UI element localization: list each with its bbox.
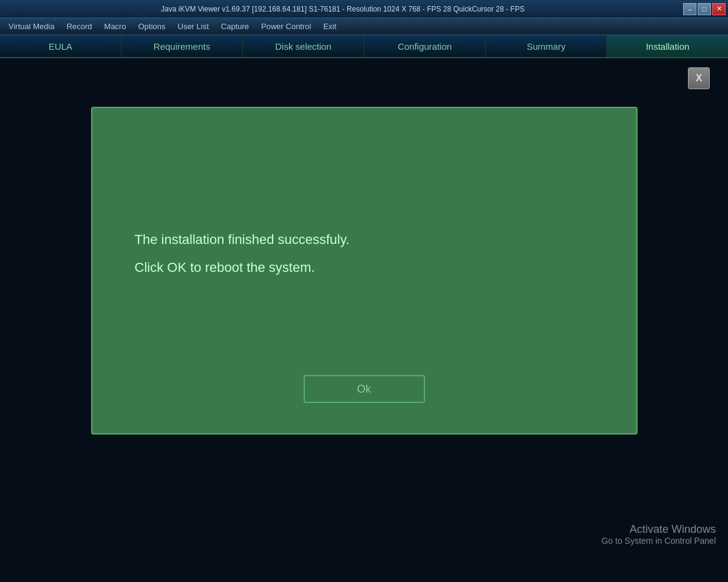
tab-eula[interactable]: EULA xyxy=(0,35,121,57)
title-bar-buttons: – □ ✕ xyxy=(683,3,726,15)
nav-tabs: EULA Requirements Disk selection Configu… xyxy=(0,35,728,58)
watermark-line1: Activate Windows xyxy=(602,523,716,536)
menu-user-list[interactable]: User List xyxy=(172,21,215,32)
watermark-line2: Go to System in Control Panel xyxy=(602,536,716,546)
menu-record[interactable]: Record xyxy=(61,21,98,32)
dialog-line2: Click OK to reboot the system. xyxy=(135,260,594,276)
window-title: Java iKVM Viewer v1.69.37 [192.168.64.18… xyxy=(2,5,683,13)
windows-watermark: Activate Windows Go to System in Control… xyxy=(602,523,716,546)
window-close-button[interactable]: ✕ xyxy=(712,3,726,15)
dialog-line1: The installation finished successfuly. xyxy=(135,232,594,248)
menu-capture[interactable]: Capture xyxy=(215,21,255,32)
main-content: X The installation finished successfuly.… xyxy=(0,58,728,582)
tab-installation[interactable]: Installation xyxy=(607,35,728,57)
dialog-footer: Ok xyxy=(123,363,606,409)
tab-requirements[interactable]: Requirements xyxy=(121,35,243,57)
restore-button[interactable]: □ xyxy=(698,3,711,15)
minimize-button[interactable]: – xyxy=(683,3,696,15)
ok-button[interactable]: Ok xyxy=(304,375,425,403)
menu-virtual-media[interactable]: Virtual Media xyxy=(2,21,61,32)
menu-bar: Virtual Media Record Macro Options User … xyxy=(0,18,728,35)
tab-summary[interactable]: Summary xyxy=(486,35,607,57)
main-window: Java iKVM Viewer v1.69.37 [192.168.64.18… xyxy=(0,0,728,582)
menu-power-control[interactable]: Power Control xyxy=(255,21,317,32)
dialog-message: The installation finished successfuly. C… xyxy=(123,132,606,363)
tab-disk-selection[interactable]: Disk selection xyxy=(243,35,364,57)
menu-options[interactable]: Options xyxy=(132,21,172,32)
tab-configuration[interactable]: Configuration xyxy=(364,35,486,57)
installation-dialog: The installation finished successfuly. C… xyxy=(91,107,638,435)
menu-exit[interactable]: Exit xyxy=(317,21,342,32)
dialog-close-x-button[interactable]: X xyxy=(688,67,710,89)
title-bar: Java iKVM Viewer v1.69.37 [192.168.64.18… xyxy=(0,0,728,18)
menu-macro[interactable]: Macro xyxy=(98,21,132,32)
